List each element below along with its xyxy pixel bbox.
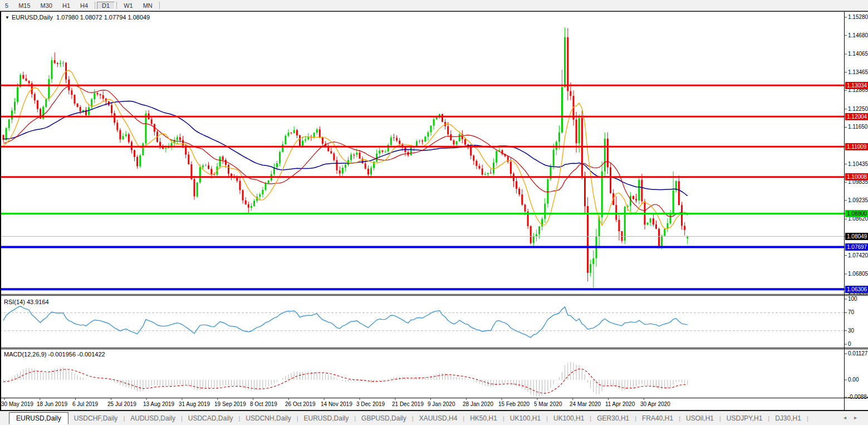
y-axis-tick: 1.13465 <box>848 69 868 76</box>
timeframe-button-m30[interactable]: M30 <box>36 2 57 9</box>
x-axis-label: 30 May 2019 <box>1 401 33 407</box>
price-levels-layer <box>0 85 845 289</box>
timeframe-button-h4[interactable]: H4 <box>75 2 93 9</box>
tab-scroll-left-icon[interactable]: ◂ <box>844 414 854 421</box>
chevron-down-icon: ▼ <box>5 15 9 20</box>
toolbar-separator <box>116 2 117 9</box>
chart-tab-eurusd-daily[interactable]: EURUSD,Daily <box>9 412 68 424</box>
chart-canvas[interactable] <box>0 11 868 410</box>
chart-tab-hk50-h1[interactable]: HK50,H1 <box>464 413 503 424</box>
rsi-axis-tick: 70 <box>848 309 868 316</box>
chart-tab-bar: EURUSD,DailyUSDCHF,Daily|AUDUSD,Daily|US… <box>0 410 868 425</box>
candles-layer <box>3 27 689 287</box>
rsi-panel <box>0 306 845 338</box>
timeframe-toolbar: 5M15M30H1H4D1W1MN <box>0 0 868 11</box>
rsi-indicator-label: RSI(14) 43.9164 <box>4 299 49 305</box>
macd-axis-tick: 0.00 <box>848 377 868 383</box>
x-axis-label: 15 Feb 2020 <box>498 401 529 407</box>
rsi-axis-tick: 30 <box>848 328 868 334</box>
timeframe-button-d1[interactable]: D1 <box>97 2 115 9</box>
price-level-label: 1.08049 <box>845 233 868 240</box>
x-axis-label: 19 Sep 2019 <box>214 401 246 407</box>
y-axis-tick: 1.11650 <box>848 124 868 130</box>
x-axis-label: 6 Jul 2019 <box>72 401 98 407</box>
y-axis-tick: 1.10435 <box>848 161 868 168</box>
chart-area[interactable]: ▼EURUSD,Daily 1.07980 1.08072 1.07794 1.… <box>0 11 868 410</box>
x-axis-label: 13 Aug 2019 <box>143 401 174 407</box>
chart-ohlc-values: 1.07980 1.08072 1.07794 1.08049 <box>56 14 150 21</box>
chart-tab-uk100-h1[interactable]: UK100,H1 <box>548 413 590 424</box>
chart-tab-fra40-h1[interactable]: FRA40,H1 <box>636 413 679 424</box>
x-axis-label: 3 Dec 2019 <box>356 401 385 407</box>
macd-indicator-label: MACD(12,26,9) -0.001956 -0.001422 <box>4 351 105 358</box>
y-axis-tick: 1.12250 <box>848 106 868 113</box>
y-axis-tick: 1.07420 <box>848 252 868 259</box>
y-axis-tick: 1.14065 <box>848 51 868 57</box>
y-axis-tick: 1.06805 <box>848 271 868 277</box>
price-level-label: 1.06306 <box>845 286 868 293</box>
tab-separator: | <box>807 415 808 422</box>
macd-panel <box>3 362 688 397</box>
x-axis-label: 25 Jul 2019 <box>107 401 136 407</box>
x-axis-label: 18 Jun 2019 <box>37 401 67 407</box>
chart-tab-gbpusd-daily[interactable]: GBPUSD,Daily <box>356 413 412 424</box>
chart-tab-usoil-h1[interactable]: USOil,H1 <box>680 413 719 424</box>
y-axis-tick: 1.09235 <box>848 197 868 204</box>
x-axis-label: 24 Mar 2020 <box>570 401 601 407</box>
price-level-label: 1.12004 <box>845 113 868 120</box>
x-axis-label: 31 Aug 2019 <box>179 401 210 407</box>
x-axis-label: 14 Nov 2019 <box>321 401 352 407</box>
timeframe-button-m15[interactable]: M15 <box>13 2 35 9</box>
chart-symbol-label: EURUSD,Daily <box>12 14 53 21</box>
chart-frame <box>0 11 868 410</box>
price-level-label: 1.10008 <box>845 173 868 180</box>
x-axis-label: 30 Apr 2020 <box>640 401 670 407</box>
chart-tab-eurusd-daily[interactable]: EURUSD,Daily <box>298 413 355 424</box>
rsi-axis-tick: 0 <box>848 341 868 348</box>
chart-tab-usdjpy-h1[interactable]: USDJPY,H1 <box>721 413 768 424</box>
price-level-label: 1.13034 <box>845 82 868 89</box>
chart-tab-ger30-h1[interactable]: GER30,H1 <box>591 413 635 424</box>
x-axis-label: 21 Dec 2019 <box>392 401 424 407</box>
toolbar-separator <box>95 2 95 9</box>
timeframe-button-mn[interactable]: MN <box>138 2 158 9</box>
chart-tab-audusd-daily[interactable]: AUDUSD,Daily <box>125 413 181 424</box>
x-axis-label: 28 Jan 2020 <box>463 401 493 407</box>
chart-tab-usdcnh-daily[interactable]: USDCNH,Daily <box>240 413 296 424</box>
chart-tab-usdcad-daily[interactable]: USDCAD,Daily <box>183 413 239 424</box>
x-axis-label: 26 Oct 2019 <box>285 401 315 407</box>
price-level-label: 1.11009 <box>845 143 868 150</box>
y-axis-tick: 1.15280 <box>848 14 868 21</box>
timeframe-button-h1[interactable]: H1 <box>57 2 75 9</box>
chart-tab-usdchf-daily[interactable]: USDCHF,Daily <box>68 413 124 424</box>
chart-title: ▼EURUSD,Daily 1.07980 1.08072 1.07794 1.… <box>4 14 151 21</box>
macd-axis-tick: -0.00884 <box>848 394 868 400</box>
macd-axis-tick: 0.011277 <box>848 350 868 357</box>
chart-tab-dj30-h1[interactable]: DJ30,H1 <box>769 413 807 424</box>
x-axis-label: 8 Oct 2019 <box>250 401 277 407</box>
y-axis-tick: 1.14680 <box>848 32 868 39</box>
toolbar-separator <box>159 2 160 9</box>
chart-tab-xauusd-h4[interactable]: XAUUSD,H4 <box>414 413 463 424</box>
x-axis-label: 5 Mar 2020 <box>534 401 562 407</box>
mt4-window: { "toolbar": { "timeframes": ["5", "M15"… <box>0 0 868 425</box>
timeframe-button-w1[interactable]: W1 <box>119 2 138 9</box>
price-level-label: 1.07697 <box>845 243 868 251</box>
price-level-label: 1.08800 <box>845 210 868 217</box>
x-axis-label: 9 Jan 2020 <box>428 401 455 407</box>
rsi-axis-tick: 100 <box>848 296 868 302</box>
timeframe-button-5[interactable]: 5 <box>0 2 13 9</box>
x-axis-label: 11 Apr 2020 <box>605 401 635 407</box>
tab-scroll-right-icon[interactable]: ▸ <box>854 414 865 421</box>
chart-tab-uk100-h1[interactable]: UK100,H1 <box>504 413 546 424</box>
